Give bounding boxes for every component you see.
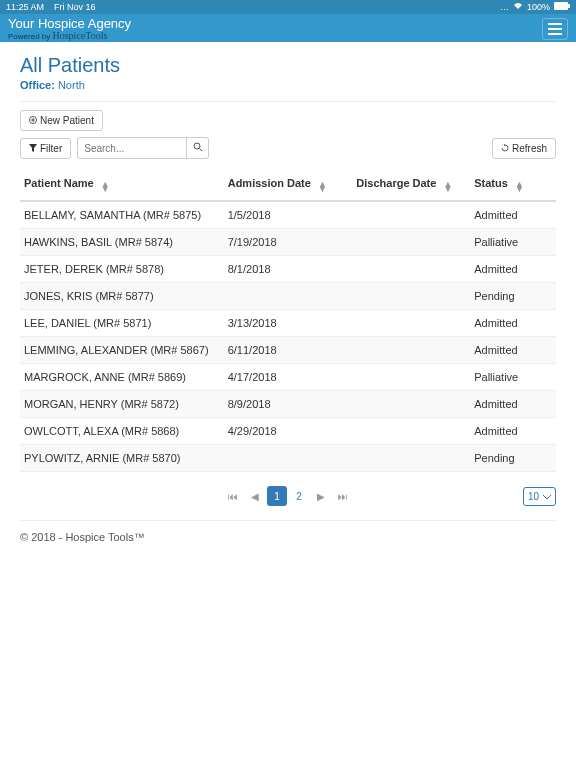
battery-icon	[554, 2, 570, 12]
divider	[20, 101, 556, 102]
new-patient-label: New Patient	[40, 115, 94, 126]
cell-status: Palliative	[470, 364, 556, 391]
status-time: 11:25 AM	[6, 2, 44, 12]
svg-point-5	[194, 143, 200, 149]
refresh-label: Refresh	[512, 143, 547, 154]
patients-table: Patient Name ▲▼ Admission Date ▲▼ Discha…	[20, 169, 556, 472]
cell-discharge	[352, 310, 470, 337]
new-patient-button[interactable]: New Patient	[20, 110, 103, 131]
cell-admission: 6/11/2018	[224, 337, 353, 364]
cell-admission	[224, 283, 353, 310]
main-content: All Patients Office: North New Patient F…	[0, 42, 576, 555]
sort-icon: ▲▼	[101, 182, 110, 192]
plus-icon	[29, 115, 37, 126]
toolbar-row-1: New Patient	[20, 110, 556, 131]
cell-discharge	[352, 229, 470, 256]
page-first-button[interactable]: ⏮	[223, 486, 243, 506]
powered-by: Powered by HospiceTools	[8, 30, 131, 41]
th-admission[interactable]: Admission Date ▲▼	[224, 169, 353, 201]
page-last-button[interactable]: ⏭	[333, 486, 353, 506]
cell-name: MORGAN, HENRY (MR# 5872)	[20, 391, 224, 418]
wifi-icon	[513, 2, 523, 12]
page-number-button[interactable]: 2	[289, 486, 309, 506]
filter-button[interactable]: Filter	[20, 138, 71, 159]
cell-status: Pending	[470, 445, 556, 472]
page-size-value: 10	[528, 491, 539, 502]
table-row[interactable]: OWLCOTT, ALEXA (MR# 5868) 4/29/2018 Admi…	[20, 418, 556, 445]
refresh-button[interactable]: Refresh	[492, 138, 556, 159]
cell-name: LEMMING, ALEXANDER (MR# 5867)	[20, 337, 224, 364]
svg-rect-1	[568, 4, 570, 8]
page-number-button[interactable]: 1	[267, 486, 287, 506]
cell-discharge	[352, 418, 470, 445]
page-next-button[interactable]: ▶	[311, 486, 331, 506]
cell-status: Admitted	[470, 310, 556, 337]
th-name[interactable]: Patient Name ▲▼	[20, 169, 224, 201]
device-status-bar: 11:25 AM Fri Nov 16 … 100%	[0, 0, 576, 14]
search-input[interactable]	[77, 137, 187, 159]
app-header: Your Hospice Agency Powered by HospiceTo…	[0, 14, 576, 42]
page-size-select[interactable]: 10	[523, 487, 556, 506]
cell-admission: 8/9/2018	[224, 391, 353, 418]
table-row[interactable]: JONES, KRIS (MR# 5877) Pending	[20, 283, 556, 310]
search-button[interactable]	[187, 137, 209, 159]
cell-admission: 8/1/2018	[224, 256, 353, 283]
cell-name: PYLOWITZ, ARNIE (MR# 5870)	[20, 445, 224, 472]
page-prev-button[interactable]: ◀	[245, 486, 265, 506]
search-group	[77, 137, 209, 159]
cell-discharge	[352, 364, 470, 391]
status-left: 11:25 AM Fri Nov 16	[6, 2, 96, 12]
filter-label: Filter	[40, 143, 62, 154]
pagination-row: ⏮ ◀ 12 ▶ ⏭ 10	[20, 486, 556, 506]
table-row[interactable]: LEMMING, ALEXANDER (MR# 5867) 6/11/2018 …	[20, 337, 556, 364]
cell-name: MARGROCK, ANNE (MR# 5869)	[20, 364, 224, 391]
cell-discharge	[352, 201, 470, 229]
divider	[20, 520, 556, 521]
chevron-down-icon	[543, 491, 551, 502]
cell-name: OWLCOTT, ALEXA (MR# 5868)	[20, 418, 224, 445]
cell-name: BELLAMY, SAMANTHA (MR# 5875)	[20, 201, 224, 229]
table-row[interactable]: MARGROCK, ANNE (MR# 5869) 4/17/2018 Pall…	[20, 364, 556, 391]
cell-admission: 4/17/2018	[224, 364, 353, 391]
refresh-icon	[501, 143, 509, 154]
cell-admission	[224, 445, 353, 472]
svg-rect-0	[554, 2, 568, 10]
filter-icon	[29, 143, 37, 154]
cell-status: Admitted	[470, 391, 556, 418]
cell-status: Admitted	[470, 337, 556, 364]
status-date: Fri Nov 16	[54, 2, 96, 12]
sort-icon: ▲▼	[443, 182, 452, 192]
sort-icon: ▲▼	[318, 182, 327, 192]
pagination: ⏮ ◀ 12 ▶ ⏭	[223, 486, 353, 506]
office-line: Office: North	[20, 79, 556, 91]
cell-admission: 3/13/2018	[224, 310, 353, 337]
cell-status: Admitted	[470, 201, 556, 229]
menu-button[interactable]	[542, 18, 568, 40]
cell-status: Admitted	[470, 418, 556, 445]
table-row[interactable]: MORGAN, HENRY (MR# 5872) 8/9/2018 Admitt…	[20, 391, 556, 418]
footer-text: © 2018 - Hospice Tools™	[20, 531, 556, 543]
battery-percent: 100%	[527, 2, 550, 12]
office-value[interactable]: North	[58, 79, 85, 91]
cell-name: JETER, DEREK (MR# 5878)	[20, 256, 224, 283]
page-title: All Patients	[20, 54, 556, 77]
header-left: Your Hospice Agency Powered by HospiceTo…	[8, 16, 131, 41]
sort-icon: ▲▼	[515, 182, 524, 192]
th-status[interactable]: Status ▲▼	[470, 169, 556, 201]
table-row[interactable]: BELLAMY, SAMANTHA (MR# 5875) 1/5/2018 Ad…	[20, 201, 556, 229]
table-row[interactable]: HAWKINS, BASIL (MR# 5874) 7/19/2018 Pall…	[20, 229, 556, 256]
cell-name: JONES, KRIS (MR# 5877)	[20, 283, 224, 310]
th-discharge[interactable]: Discharge Date ▲▼	[352, 169, 470, 201]
cell-discharge	[352, 337, 470, 364]
table-row[interactable]: PYLOWITZ, ARNIE (MR# 5870) Pending	[20, 445, 556, 472]
cell-discharge	[352, 391, 470, 418]
cell-name: HAWKINS, BASIL (MR# 5874)	[20, 229, 224, 256]
table-row[interactable]: JETER, DEREK (MR# 5878) 8/1/2018 Admitte…	[20, 256, 556, 283]
search-icon	[193, 142, 203, 154]
svg-line-6	[199, 149, 202, 152]
hospice-tools-logo: HospiceTools	[52, 30, 107, 41]
cell-status: Pending	[470, 283, 556, 310]
table-row[interactable]: LEE, DANIEL (MR# 5871) 3/13/2018 Admitte…	[20, 310, 556, 337]
cell-discharge	[352, 445, 470, 472]
cell-name: LEE, DANIEL (MR# 5871)	[20, 310, 224, 337]
